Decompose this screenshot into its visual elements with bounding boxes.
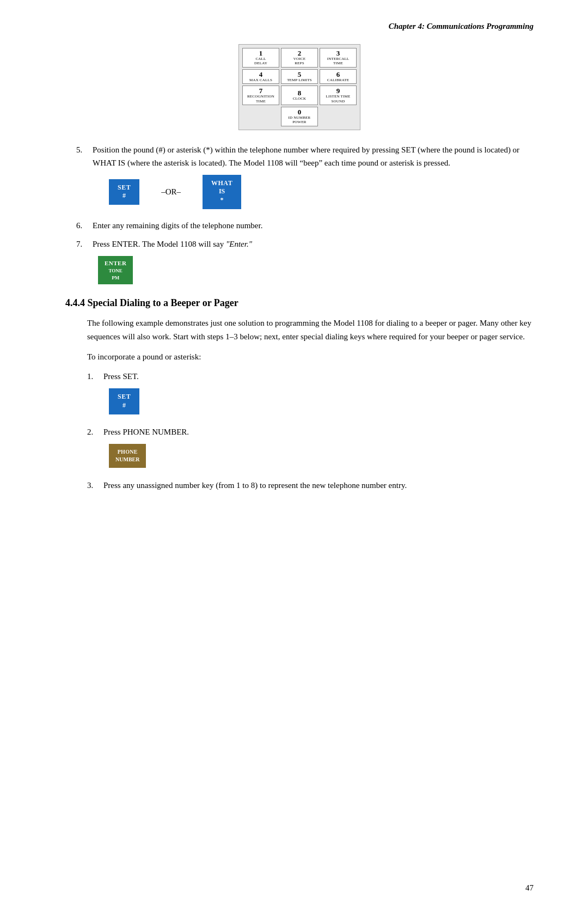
set2-line2: # [122,401,126,410]
set-button-line2: # [122,192,126,200]
sub-step-2-item: 2. Press PHONE NUMBER. [87,425,534,438]
step-6-item: 6. Enter any remaining digits of the tel… [76,219,534,232]
sub-step-1-item: 1. Press SET. [87,370,534,383]
step-6-text: Enter any remaining digits of the teleph… [93,219,534,232]
sub-step-2-text: Press PHONE NUMBER. [103,425,534,438]
keypad-image: 1 CALLDELAY 2 VOICEREPS 3 INTERCALLTIME … [65,44,534,130]
what-is-line3: * [220,196,224,205]
key-1: 1 CALLDELAY [242,48,279,68]
key-5: 5 TEMP LIMITS [281,69,318,84]
enter-line2: TONE [109,267,122,274]
set2-line1: SET [118,393,131,401]
button-row-set-whatis: SET # –OR– WHAT IS * [109,175,534,209]
step-5-item: 5. Position the pound (#) or asterisk (*… [76,143,534,169]
page-number: 47 [525,883,534,893]
enter-button[interactable]: ENTER TONE PM [98,256,133,285]
key-6: 6 CALIBRATE [320,69,357,84]
key-4: 4 MAX CALLS [242,69,279,84]
enter-button-container: ENTER TONE PM [98,256,534,285]
sub-step-1-num: 1. [87,370,103,383]
pound-intro: To incorporate a pound or asterisk: [87,350,534,364]
key-8: 8 CLOCK [281,86,318,105]
section-number: 4.4.4 [65,297,85,308]
enter-line1: ENTER [105,259,126,267]
section-title: Special Dialing to a Beeper or Pager [88,297,238,308]
what-is-button[interactable]: WHAT IS * [203,175,241,209]
step-7-number: 7. [76,237,93,251]
set-button[interactable]: SET # [109,179,139,205]
sub-step-1-text: Press SET. [103,370,534,383]
chapter-header: Chapter 4: Communications Programming [65,22,534,33]
step-7-text: Press ENTER. The Model 1108 will say "En… [93,237,534,251]
set-button-line1: SET [118,184,131,192]
sub-step-3-item: 3. Press any unassigned number key (from… [87,479,534,492]
key-empty-left [242,107,279,126]
set-button-2[interactable]: SET # [109,388,139,414]
sub-step-3-text: Press any unassigned number key (from 1 … [103,479,534,492]
key-7: 7 RECOGNITIONTIME [242,86,279,105]
step-5-text: Position the pound (#) or asterisk (*) w… [93,143,534,169]
enter-line3: PM [112,274,119,282]
key-3: 3 INTERCALLTIME [320,48,357,68]
step-5-number: 5. [76,143,93,169]
what-is-line2: IS [219,187,225,196]
set-button2-container: SET # [109,388,534,414]
phone-number-button[interactable]: PHONE NUMBER [109,444,146,468]
or-text: –OR– [161,187,181,197]
section-paragraph: The following example demonstrates just … [87,316,534,344]
what-is-line1: WHAT [211,179,232,188]
step-6-number: 6. [76,219,93,232]
phone-button-container: PHONE NUMBER [109,444,534,468]
key-empty-right [320,107,357,126]
section-heading: 4.4.4 Special Dialing to a Beeper or Pag… [65,297,534,309]
phone-line1: PHONE [118,448,138,456]
key-2: 2 VOICEREPS [281,48,318,68]
key-0: 0 ID NUMBERPOWER [281,107,318,126]
sub-step-3-num: 3. [87,479,103,492]
keypad-grid: 1 CALLDELAY 2 VOICEREPS 3 INTERCALLTIME … [238,44,360,130]
key-9: 9 LISTEN TIMESOUND [320,86,357,105]
phone-line2: NUMBER [115,456,139,463]
sub-step-2-num: 2. [87,425,103,438]
step-7-item: 7. Press ENTER. The Model 1108 will say … [76,237,534,251]
